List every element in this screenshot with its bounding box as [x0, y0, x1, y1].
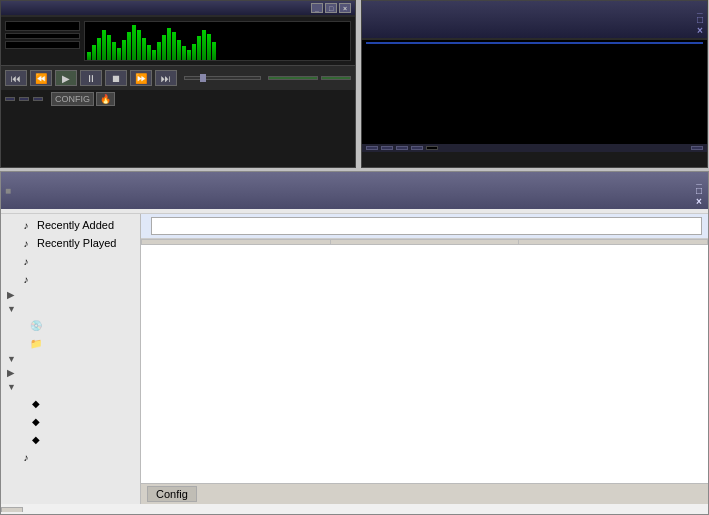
sidebar-item-never-played[interactable]: ♪ — [1, 252, 140, 270]
media-library: ■ _ □ × ♪ Recently Added ♪ Recently Play… — [0, 171, 709, 515]
top-rated-icon: ♪ — [19, 272, 33, 286]
pe-sel-button[interactable] — [396, 146, 408, 150]
ml-track-table — [141, 239, 708, 245]
sidebar-item-subscriptions[interactable]: ◆ — [1, 412, 140, 430]
pe-add-button[interactable] — [366, 146, 378, 150]
pe-minimize[interactable]: _ — [697, 3, 703, 14]
winamp-track-title — [5, 41, 80, 49]
library-tab-container — [1, 502, 141, 504]
sidebar-item-recently-added[interactable]: ♪ Recently Added — [1, 216, 140, 234]
playlists-expand-icon: ▶ — [7, 290, 14, 300]
sidebar-item-cd[interactable]: 💿 — [1, 316, 140, 334]
pe-manage-button[interactable] — [691, 146, 703, 150]
ml-config-button[interactable]: Config — [147, 486, 197, 502]
balance-slider[interactable] — [321, 76, 351, 80]
config-area: CONFIG 🔥 — [51, 92, 115, 106]
ml-close-icon: ■ — [5, 185, 13, 196]
ml-table — [141, 239, 708, 483]
rip-burn-expand-icon: ▼ — [7, 304, 16, 314]
pe-rem-button[interactable] — [381, 146, 393, 150]
winamp-right-panel: // Generate viz bars dynamically const h… — [84, 21, 351, 61]
winamp-maximize[interactable]: □ — [325, 3, 337, 13]
winamp-left-panel — [5, 21, 80, 61]
ml-main: Config — [141, 214, 708, 504]
fastforward-button[interactable]: ⏩ — [130, 70, 152, 86]
pe-time-display — [426, 146, 438, 150]
winamp-seek-bar[interactable] — [184, 76, 261, 80]
subscriptions-icon: ◆ — [29, 414, 43, 428]
winamp-controls: ⏮ ⏪ ▶ ⏸ ⏹ ⏩ ⏭ — [1, 65, 355, 90]
pe-track-list — [362, 40, 707, 144]
cd-icon: 💿 — [29, 318, 43, 332]
winamp-bottom-row: CONFIG 🔥 — [1, 90, 355, 108]
discover-icon: ◆ — [29, 396, 43, 410]
pe-track-item[interactable] — [366, 42, 703, 44]
never-played-icon: ♪ — [19, 254, 33, 268]
sidebar-item-top-rated[interactable]: ♪ — [1, 270, 140, 288]
winamp-seek-thumb — [200, 74, 206, 82]
pe-window-controls: _ □ × — [697, 3, 703, 36]
fire-button[interactable]: 🔥 — [96, 92, 115, 106]
ml-maximize[interactable]: □ — [696, 185, 704, 196]
sidebar-item-discover[interactable]: ◆ — [1, 394, 140, 412]
col-album[interactable] — [519, 240, 708, 245]
eq-button[interactable] — [5, 97, 15, 101]
pe-bottom-bar — [362, 144, 707, 152]
col-title[interactable] — [330, 240, 519, 245]
playlist-editor: _ □ × — [361, 0, 708, 168]
pause-button[interactable]: ⏸ — [80, 70, 102, 86]
ml-sidebar: ♪ Recently Added ♪ Recently Played ♪ ♪ ▶… — [1, 214, 141, 504]
predixis-icon: ♪ — [19, 450, 33, 464]
pe-maximize[interactable]: □ — [697, 14, 703, 25]
online-services-expand-icon: ▼ — [7, 354, 16, 364]
winamp-minimize[interactable]: _ — [311, 3, 323, 13]
ml-search-bar — [141, 214, 708, 239]
pe-titlebar: _ □ × — [362, 1, 707, 38]
sidebar-group-rip-burn[interactable]: ▼ — [1, 302, 140, 316]
ml-search-input[interactable] — [151, 217, 702, 235]
play-button[interactable]: ▶ — [55, 70, 77, 86]
recently-played-icon: ♪ — [19, 236, 33, 250]
winamp-time-display — [5, 21, 80, 31]
pe-close[interactable]: × — [697, 25, 703, 36]
sidebar-item-oboe-locker[interactable]: 📁 — [1, 334, 140, 352]
recently-added-icon: ♪ — [19, 218, 33, 232]
sidebar-item-predixis[interactable]: ♪ — [1, 448, 140, 466]
sidebar-item-recently-played[interactable]: ♪ Recently Played — [1, 234, 140, 252]
sidebar-group-shoutcast[interactable]: ▼ — [1, 380, 140, 394]
pe-misc-button[interactable] — [411, 146, 423, 150]
col-artist[interactable] — [142, 240, 331, 245]
ml-button[interactable] — [33, 97, 43, 101]
winamp-visualizer: // Generate viz bars dynamically const h… — [84, 21, 351, 61]
downloads-icon: ◆ — [29, 432, 43, 446]
stop-button[interactable]: ⏹ — [105, 70, 127, 86]
ml-minimize[interactable]: _ — [696, 174, 704, 185]
rewind-button[interactable]: ⏪ — [30, 70, 52, 86]
sidebar-group-playlists[interactable]: ▶ — [1, 288, 140, 302]
sidebar-group-online-services[interactable]: ▼ — [1, 352, 140, 366]
sidebar-group-portables[interactable]: ▶ — [1, 366, 140, 380]
prev-button[interactable]: ⏮ — [5, 70, 27, 86]
ml-titlebar: ■ _ □ × — [1, 172, 708, 209]
winamp-window-controls: _ □ × — [311, 3, 351, 13]
volume-area — [268, 76, 351, 80]
sidebar-label-recently-added: Recently Added — [37, 219, 114, 231]
ml-close[interactable]: × — [696, 196, 704, 207]
winamp-info-bar — [5, 33, 80, 39]
ml-statusbar: Config — [141, 483, 708, 504]
winamp-close[interactable]: × — [339, 3, 351, 13]
pl-button[interactable] — [19, 97, 29, 101]
winamp-titlebar: _ □ × — [1, 1, 355, 15]
winamp-body: // Generate viz bars dynamically const h… — [1, 17, 355, 65]
volume-slider[interactable] — [268, 76, 318, 80]
sidebar-label-recently-played: Recently Played — [37, 237, 117, 249]
oboe-locker-icon: 📁 — [29, 336, 43, 350]
ml-body: ♪ Recently Added ♪ Recently Played ♪ ♪ ▶… — [1, 214, 708, 504]
ml-window-controls: _ □ × — [696, 174, 704, 207]
shoutcast-expand-icon: ▼ — [7, 382, 16, 392]
config-button[interactable]: CONFIG — [51, 92, 94, 106]
winamp-player: _ □ × // Generate viz bars dynamically c — [0, 0, 356, 168]
sidebar-item-downloads[interactable]: ◆ — [1, 430, 140, 448]
ml-table-header — [142, 240, 708, 245]
next-button[interactable]: ⏭ — [155, 70, 177, 86]
